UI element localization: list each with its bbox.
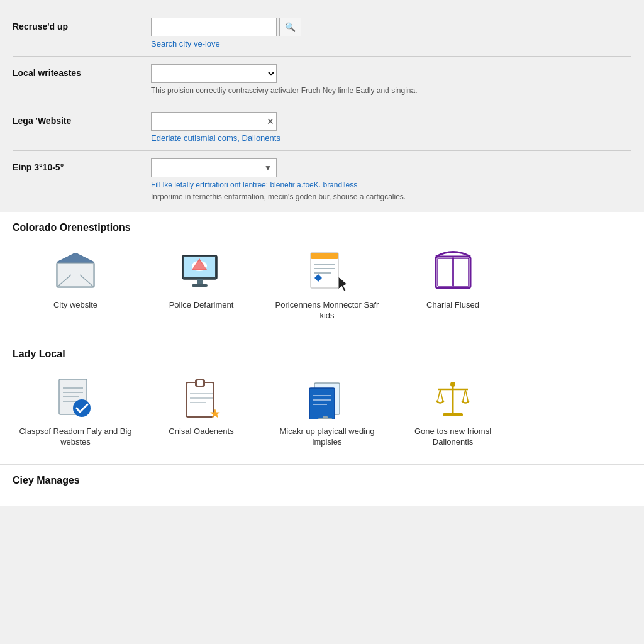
lady-local-icon-grid: Claspsof Readom Faly and Big webstes	[13, 370, 631, 454]
micakr-label: Micakr up playicall weding impisies	[270, 426, 384, 448]
police-dept-item[interactable]: Police Defariment	[138, 243, 264, 328]
micakr-item[interactable]: Micakr up playicall weding impisies	[264, 370, 390, 454]
colorado-title: Colorado Orenestiptions	[13, 222, 631, 233]
svg-line-49	[463, 389, 465, 401]
search-button[interactable]: 🔍	[279, 18, 301, 36]
svg-rect-42	[323, 416, 328, 419]
claspsof-icon	[53, 376, 97, 420]
label-einp: Einp 3°10-5°	[13, 158, 151, 172]
svg-rect-20	[438, 258, 453, 286]
local-desc: This proision correctliy contrascivry ac…	[151, 86, 631, 96]
charial-label: Charial Flused	[426, 300, 479, 311]
city-website-item[interactable]: City website	[13, 243, 138, 328]
search-icon: 🔍	[285, 22, 296, 32]
city-manages-section: Ciey Manages	[0, 465, 644, 506]
lady-local-title: Lady Local	[13, 348, 631, 360]
svg-point-46	[450, 382, 455, 387]
svg-marker-18	[338, 277, 347, 291]
form-row-einp: Einp 3°10-5° ▼ Fill lke letally ertrtrat…	[13, 151, 631, 213]
search-hint-link[interactable]: Search city ve-love	[151, 39, 631, 48]
svg-line-48	[440, 389, 443, 401]
svg-rect-29	[186, 382, 214, 417]
police-dept-icon	[179, 250, 223, 294]
city-website-label: City website	[53, 300, 97, 311]
lady-local-section: Lady Local	[0, 338, 644, 465]
micakr-icon	[305, 376, 349, 420]
search-control-wrap: 🔍 Search city ve-love	[151, 18, 631, 48]
city-website-icon	[53, 250, 97, 294]
svg-line-47	[438, 389, 440, 401]
svg-rect-2	[58, 264, 93, 286]
gone-tos-label: Gone tos new Iriomsl Dallonentis	[396, 426, 509, 448]
lega-control-wrap: ✕ Ederiate cutismial coms, Dallonents	[151, 112, 631, 143]
local-control-wrap: This proision correctliy contrascivry ac…	[151, 64, 631, 96]
einp-select[interactable]	[151, 158, 277, 177]
cnisal-icon	[179, 376, 223, 420]
einp-hint-normal: Inrporime in ternethis entarmation, meci…	[151, 192, 631, 203]
svg-rect-13	[311, 253, 338, 259]
gone-tos-icon	[431, 376, 475, 420]
police-dept-label: Police Defariment	[169, 300, 234, 311]
svg-rect-44	[443, 413, 463, 416]
claspsof-label: Claspsof Readom Faly and Big webstes	[19, 426, 132, 448]
svg-line-50	[465, 389, 468, 401]
form-row-search: Recruse'd up 🔍 Search city ve-love	[13, 10, 631, 57]
label-local: Local writeastes	[13, 64, 151, 78]
poricennens-item[interactable]: Poricennens Monnector Safr kids	[264, 243, 390, 328]
label-recrusdup: Recruse'd up	[13, 18, 151, 31]
gone-tos-item[interactable]: Gone tos new Iriomsl Dallonentis	[390, 370, 516, 454]
local-select[interactable]	[151, 64, 277, 83]
charial-item[interactable]: Charial Flused	[390, 243, 516, 328]
colorado-icon-grid: City website	[13, 243, 631, 328]
cnisal-label: Cnisal Oadenents	[169, 426, 233, 437]
search-input[interactable]	[151, 18, 277, 36]
form-row-lega: Lega 'Website ✕ Ederiate cutismial coms,…	[13, 104, 631, 151]
city-manages-title: Ciey Manages	[13, 475, 631, 486]
lega-hint-link[interactable]: Ederiate cutismial coms, Dallonents	[151, 133, 631, 143]
einp-hint-blue: Fill lke letally ertrtratiori ont lentre…	[151, 180, 631, 191]
svg-rect-10	[197, 279, 203, 284]
claspsof-item[interactable]: Claspsof Readom Faly and Big webstes	[13, 370, 138, 454]
svg-rect-31	[197, 380, 203, 386]
svg-point-28	[73, 399, 91, 417]
einp-control-wrap: ▼ Fill lke letally ertrtratiori ont lent…	[151, 158, 631, 203]
label-lega: Lega 'Website	[13, 112, 151, 126]
lega-input[interactable]	[151, 112, 277, 131]
svg-marker-1	[57, 253, 94, 262]
svg-rect-11	[192, 284, 208, 287]
cnisal-item[interactable]: Cnisal Oadenents	[138, 370, 264, 454]
charial-icon	[431, 250, 475, 294]
poricennens-icon	[305, 250, 349, 294]
form-row-local: Local writeastes This proision correctli…	[13, 57, 631, 104]
svg-rect-21	[453, 258, 469, 286]
poricennens-label: Poricennens Monnector Safr kids	[270, 300, 384, 321]
clear-button[interactable]: ✕	[267, 117, 274, 126]
svg-rect-37	[309, 388, 335, 419]
colorado-section: Colorado Orenestiptions	[0, 212, 644, 338]
